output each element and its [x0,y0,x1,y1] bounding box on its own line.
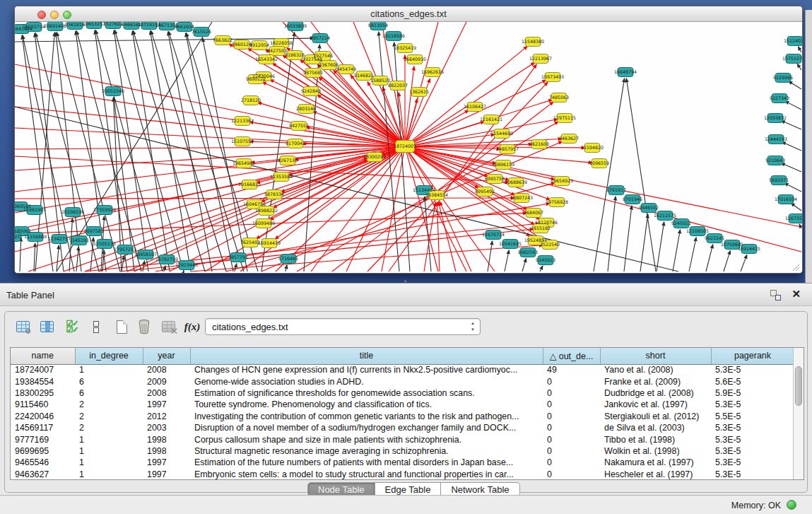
table-cell: 2008 [143,387,190,399]
graph-node-label: 9146821 [354,73,374,78]
graph-edge-black [143,261,145,271]
graph-node-label: 11544690 [490,131,513,136]
graph-edge-red [405,22,466,146]
graph-node-label: 7663822 [213,37,233,42]
table-row[interactable]: 977716911998Corpus callosum shape and si… [11,433,794,445]
network-window[interactable]: citations_edges.txt 16841444140557142069… [14,6,803,274]
node-table[interactable]: namein_degreeyeartitle△ out_de...shortpa… [10,347,804,480]
graph-node-label: 15134454 [413,187,435,192]
graph-node-label: 11594820 [581,145,604,150]
graph-edge-black [608,197,616,271]
table-row[interactable]: 1872400712008Changes of HCN gene express… [11,364,794,375]
delete-table-button[interactable]: ⨉ [159,317,177,336]
table-cell: Estimation of the future numbers of pati… [190,457,543,468]
graph-edge-black [151,31,191,271]
graph-node-label: 9890122 [246,76,266,81]
graph-node-label: 12342757 [48,236,71,241]
table-cell: 49 [543,364,600,375]
citation-network-graph[interactable]: 1684144414055714206914069361816106532571… [15,22,802,274]
scrollbar-thumb[interactable] [795,366,802,406]
table-panel-inset: ⚙ ☑✓☑✓ [4,311,808,493]
network-canvas[interactable]: 1684144414055714206914069361816106532571… [15,22,802,273]
graph-edge-black [540,266,543,271]
graph-edge-black [673,230,680,271]
table-row[interactable]: 946554611997Estimation of the future num… [11,457,794,468]
graph-node-label: 14120746 [535,220,558,225]
splitter-collapse-icon[interactable]: ▲ [403,278,408,283]
graph-edge-black [724,251,730,271]
table-cell: de Silva et al. (2003) [600,422,711,433]
graph-node-label: 8995492 [475,189,495,194]
graph-node-label: 12975115 [553,115,576,120]
column-header-short[interactable]: short [600,348,711,364]
graph-node-label: 8082593 [518,250,538,255]
graph-edge-red [28,146,405,271]
table-cell: 5.3E-5 [711,364,794,375]
graph-node-label: 9427503 [267,48,287,53]
graph-node-label: 9684067 [524,210,543,215]
graph-node-label: 16914419 [258,240,281,245]
table-cell: 9115460 [11,399,75,410]
graph-node-label: 15751074 [782,56,802,61]
table-row[interactable]: 969969511998Structural magnetic resonanc… [11,445,794,457]
table-row[interactable]: 2242004622012Investigating the contribut… [11,411,794,422]
tab-network-table[interactable]: Network Table [441,482,519,496]
graph-edge-black [102,250,104,271]
column-header-title[interactable]: title [190,348,543,364]
graph-edge-black [122,256,124,271]
graph-edge-black [505,250,509,271]
graph-node-label: 19218586 [382,33,405,38]
vertical-scrollbar[interactable] [793,348,804,480]
table-cell: 9699695 [11,445,75,457]
table-cell: 5.3E-5 [711,469,794,480]
new-table-icon [117,320,127,334]
graph-node-label: 9857791 [228,255,248,259]
graph-node-label: 9621600 [529,141,549,146]
table-cell: 2012 [143,411,190,422]
graph-node-label: 10958107 [134,252,157,257]
tab-node-table[interactable]: Node Table [307,482,375,496]
table-row[interactable]: 1456911722003Disruption of a novel membe… [11,422,794,433]
table-cell: 6 [75,387,143,399]
table-cell: 1998 [143,433,190,445]
graph-edge-red [312,112,405,146]
network-view-desktop: citations_edges.txt 16841444140557142069… [0,0,812,283]
table-cell: Hescheler et al. (1997) [600,469,711,480]
column-header-pagerank[interactable]: pagerank [711,348,794,364]
column-chooser-button[interactable] [87,317,105,336]
table-cell: 1 [75,457,143,468]
show-column-button[interactable] [37,317,56,336]
tab-edge-table[interactable]: Edge Table [375,482,442,496]
table-row[interactable]: 946362711997Embryonic stem cells: a mode… [11,469,794,480]
table-row[interactable]: 1938455462009Genome-wide association stu… [11,375,794,387]
table-row[interactable]: 1830029562008Estimation of significance … [11,387,794,399]
graph-node-label: 2522540 [540,242,560,247]
function-builder-button[interactable]: f(x) [183,317,201,336]
graph-node-label: 14857957 [496,146,519,151]
graph-node-label: 9860124 [232,42,252,47]
new-table-button[interactable] [112,317,131,336]
delete-table-icon: ⨉ [162,321,175,332]
column-header-out_de[interactable]: △ out_de... [543,348,600,364]
graph-node-label: 9946502 [639,205,659,210]
table-cell: 5.3E-5 [711,422,794,433]
column-header-in_degree[interactable]: in_degree [75,348,143,364]
table-row[interactable]: 911546021997Tourette syndrome. Phenomeno… [11,399,794,410]
table-settings-button[interactable]: ⚙ [13,317,32,336]
graph-node-label: 12108505 [686,228,709,233]
resize-grip-icon[interactable] [793,264,799,271]
network-table-selector[interactable]: citations_edges.txt ▲▼ [205,318,481,335]
column-header-name[interactable]: name [11,348,75,364]
graph-edge-black [798,47,801,52]
graph-edge-black [706,245,713,271]
graph-node-label: 20053346 [102,88,124,93]
delete-rows-button[interactable] [135,317,153,336]
float-panel-icon[interactable] [770,290,781,300]
network-window-titlebar[interactable]: citations_edges.txt [15,6,802,22]
column-header-year[interactable]: year [143,348,190,364]
graph-node-label: 2185061 [15,228,31,233]
graph-node-label: 19654923 [551,178,573,183]
table-cell: 22420046 [11,411,75,422]
close-panel-icon[interactable]: ✕ [792,288,801,300]
select-rows-button[interactable]: ☑✓☑✓ [63,317,81,336]
